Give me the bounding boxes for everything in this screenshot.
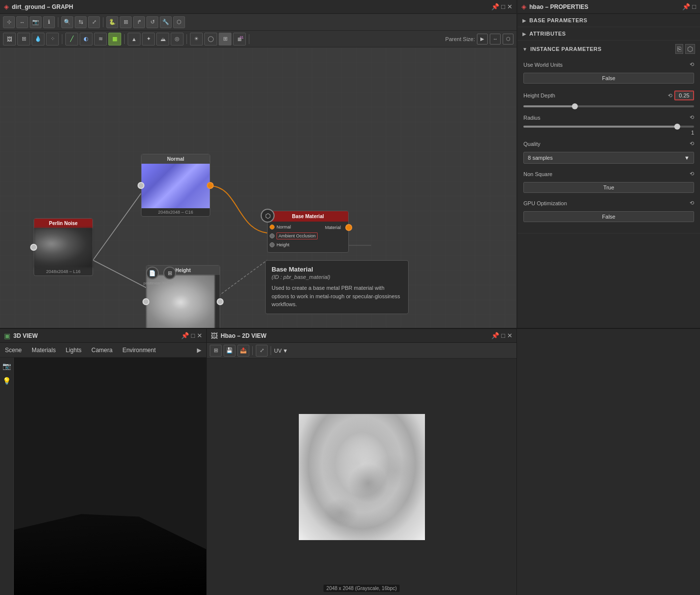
instance-params-icon2[interactable]: ⬡	[685, 44, 695, 54]
normal-output-dot[interactable]	[207, 182, 214, 189]
info-btn[interactable]: ℹ	[43, 16, 55, 28]
radius-slider[interactable]	[523, 126, 694, 128]
view2d-sep2	[271, 346, 271, 355]
view2d-panel: 🖼 Hbao – 2D VIEW 📌 □ ✕ ⊞ 💾 📤 ⤢ UV ▼	[207, 329, 517, 595]
prop-gpu-reset[interactable]: ⟲	[690, 200, 694, 206]
tb-height[interactable]: ⛰	[156, 33, 169, 46]
tb-image[interactable]: 🖼	[3, 33, 16, 46]
view2d-close-icon[interactable]: ✕	[507, 332, 513, 339]
wrench-btn[interactable]: 🔧	[160, 16, 172, 28]
instance-params-icon1[interactable]: ⎘	[675, 44, 683, 54]
cube-icon: ⬡	[261, 209, 275, 223]
close-icon[interactable]: ✕	[507, 3, 513, 10]
view2d-save-btn[interactable]: 💾	[224, 345, 235, 357]
tb-shape[interactable]: ▲	[128, 33, 140, 46]
tb-curve[interactable]: ╱	[65, 33, 78, 46]
port-normal-dot[interactable]	[270, 225, 275, 229]
connect-btn[interactable]: ⊞	[120, 16, 132, 28]
doc-icon2[interactable]: ⊞	[163, 267, 176, 279]
uv-dropdown[interactable]: UV ▼	[274, 348, 288, 354]
prop-use-world-units-value[interactable]: False	[523, 73, 694, 84]
share-btn[interactable]: ⤢	[88, 16, 100, 28]
height-output-dot[interactable]	[217, 298, 224, 305]
quality-select[interactable]: 8 samples ▼	[523, 152, 694, 164]
section-instance-parameters-header[interactable]: ▼ INSTANCE PARAMETERS ⎘ ⬡	[517, 41, 700, 57]
parent-size-toggle[interactable]: ▶	[477, 34, 488, 45]
tb-blur[interactable]: ≋	[94, 33, 107, 46]
node-base-material[interactable]: Base Material Normal Ambient Occlusion	[267, 211, 349, 253]
prop-non-square-reset[interactable]: ⟲	[690, 171, 694, 177]
tb-stamp[interactable]: ✦	[142, 33, 155, 46]
port-height-dot[interactable]	[270, 242, 275, 247]
camera-btn[interactable]: 📷	[30, 16, 42, 28]
prop-height-depth-number[interactable]: 0.25	[674, 91, 694, 100]
tb-checker[interactable]: ⊞	[219, 33, 232, 46]
nav-environment[interactable]: Environment	[122, 347, 155, 354]
non-square-value[interactable]: True	[523, 182, 694, 193]
maximize-icon[interactable]: □	[501, 3, 505, 10]
prop-radius-reset[interactable]: ⟲	[690, 114, 694, 121]
prop-use-world-units-value-container: False	[523, 73, 694, 84]
view2d-status: 2048 x 2048 (Grayscale, 16bpc)	[324, 585, 400, 592]
light-sidebar-btn[interactable]: 💡	[1, 375, 12, 386]
svg-line-2	[215, 260, 267, 298]
height-input-dot[interactable]	[142, 298, 149, 305]
tb-gradient[interactable]: ▦	[108, 33, 121, 46]
node-tooltip: Base Material (ID : pbr_base_material) U…	[265, 260, 409, 314]
tb-drop[interactable]: 💧	[32, 33, 45, 46]
extra-btn2[interactable]: ⬡	[503, 34, 513, 45]
section-attributes-header[interactable]: ▶ ATTRIBUTES	[517, 27, 700, 40]
port-ao-dot[interactable]	[270, 233, 275, 238]
export-btn[interactable]: ⬡	[173, 16, 185, 28]
tb-color[interactable]: ◐	[80, 33, 93, 46]
node-normal[interactable]: Normal 2048x2048 – C16	[141, 154, 210, 217]
tb-layers[interactable]: ⊞	[17, 33, 30, 46]
view2d-maximize-icon[interactable]: □	[501, 332, 505, 339]
props-maximize-icon[interactable]: □	[692, 3, 696, 10]
tb-circle[interactable]: ◯	[204, 33, 217, 46]
view2d-fit-btn[interactable]: ⊞	[210, 345, 222, 357]
section-base-parameters-header[interactable]: ▶ BASE PARAMETERS	[517, 14, 700, 27]
nav-more[interactable]: ▶	[197, 347, 201, 354]
nav-lights[interactable]: Lights	[66, 347, 82, 354]
view2d-share-btn[interactable]: ⤢	[256, 345, 268, 357]
doc-icon1[interactable]: 📄	[146, 267, 159, 279]
python-btn[interactable]: 🐍	[106, 16, 118, 28]
base-output-dot[interactable]	[345, 224, 352, 231]
section-instance-parameters: ▼ INSTANCE PARAMETERS ⎘ ⬡ Use World Unit…	[517, 41, 700, 233]
step-btn[interactable]: ↔	[16, 16, 28, 28]
prop-quality-reset[interactable]: ⟲	[690, 140, 694, 147]
tb-01[interactable]: ▦ 01	[233, 33, 246, 46]
prop-radius-label: Radius	[523, 115, 688, 121]
view3d-maximize-icon[interactable]: □	[191, 332, 195, 339]
pin-icon[interactable]: 📌	[491, 3, 499, 10]
view2d-window-controls: 📌 □ ✕	[491, 332, 513, 339]
props-pin-icon[interactable]: 📌	[682, 3, 690, 10]
prop-gpu-label: GPU Optimization	[523, 200, 688, 206]
nav-materials[interactable]: Materials	[32, 347, 56, 354]
parent-size-label: Parent Size:	[445, 36, 475, 42]
nav-scene[interactable]: Scene	[5, 347, 22, 354]
view2d-pin-icon[interactable]: 📌	[491, 332, 499, 339]
normal-input-dot[interactable]	[138, 182, 144, 189]
tb-light[interactable]: ☀	[190, 33, 203, 46]
route-btn[interactable]: ↱	[133, 16, 145, 28]
extra-btn1[interactable]: ↔	[490, 34, 501, 45]
node-perlin[interactable]: Perlin Noise 2048x2048 – L16	[34, 218, 93, 276]
prop-use-world-units-reset[interactable]: ⟲	[690, 61, 694, 68]
camera-sidebar-btn[interactable]: 📷	[1, 361, 12, 371]
nav-camera[interactable]: Camera	[92, 347, 113, 354]
move-btn[interactable]: ⊹	[3, 16, 15, 28]
perlin-output-dot[interactable]	[30, 244, 37, 251]
zoom-btn[interactable]: 🔍	[61, 16, 73, 28]
view3d-pin-icon[interactable]: 📌	[181, 332, 189, 339]
prop-height-depth-reset[interactable]: ⟲	[668, 92, 672, 99]
height-depth-slider[interactable]	[523, 105, 694, 107]
view2d-export-btn[interactable]: 📤	[237, 345, 249, 357]
tb-scatter[interactable]: ⁘	[46, 33, 59, 46]
tb-sphere[interactable]: ◎	[171, 33, 184, 46]
view3d-close-icon[interactable]: ✕	[197, 332, 202, 339]
loop-btn[interactable]: ↺	[146, 16, 158, 28]
compare-btn[interactable]: ⇆	[75, 16, 87, 28]
gpu-value[interactable]: False	[523, 211, 694, 222]
